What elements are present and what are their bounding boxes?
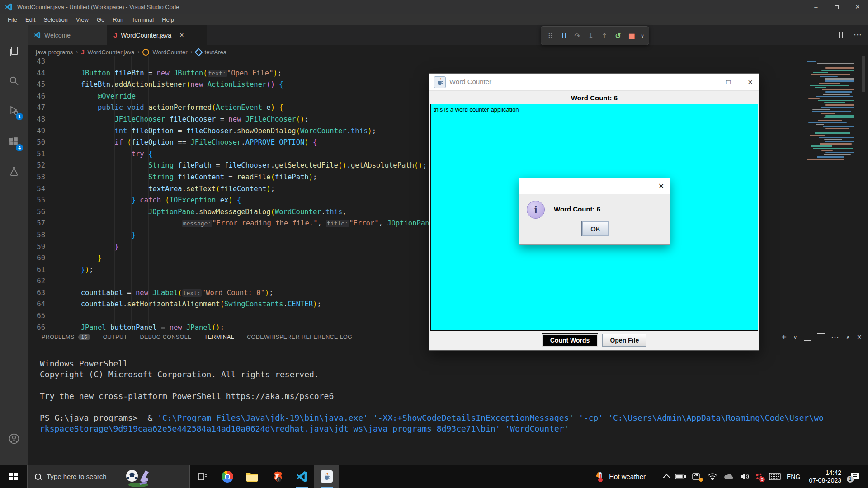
taskbar-app-icons xyxy=(190,465,339,488)
count-words-button[interactable]: Count Words xyxy=(542,334,598,347)
volume-icon[interactable] xyxy=(740,473,749,480)
menu-edit[interactable]: Edit xyxy=(21,16,39,23)
minimap[interactable] xyxy=(807,61,856,251)
onedrive-icon[interactable] xyxy=(723,473,734,480)
panel-tab-debug-console[interactable]: DEBUG CONSOLE xyxy=(140,334,192,344)
extensions-icon[interactable]: 4 xyxy=(0,130,28,153)
debug-dropdown-icon[interactable]: ∨ xyxy=(639,33,646,39)
editor-actions: ⋯ xyxy=(839,30,862,40)
menu-terminal[interactable]: Terminal xyxy=(127,16,158,23)
date: 07-08-2023 xyxy=(809,477,841,484)
debug-grip-icon[interactable]: ⠿ xyxy=(544,32,556,40)
app-maximize-icon[interactable]: □ xyxy=(726,78,731,86)
start-button[interactable] xyxy=(0,465,27,488)
menu-help[interactable]: Help xyxy=(158,16,178,23)
tab-welcome-label: Welcome xyxy=(44,32,71,39)
run-debug-icon[interactable]: 1 xyxy=(0,99,28,122)
breadcrumb-class[interactable]: WordCounter xyxy=(152,49,187,56)
menu-selection[interactable]: Selection xyxy=(39,16,71,23)
menu-bar: FileEditSelectionViewGoRunTerminalHelp xyxy=(0,14,868,25)
panel-tab-problems[interactable]: PROBLEMS15 xyxy=(42,334,90,344)
word-counter-button-panel: Count Words Open File xyxy=(430,331,758,349)
panel-tab-terminal[interactable]: TERMINAL xyxy=(204,334,234,344)
touch-keyboard-icon[interactable] xyxy=(769,473,781,480)
debug-stop-icon[interactable]: ■ xyxy=(626,32,637,40)
window-close-button[interactable]: × xyxy=(847,0,868,14)
dialog-ok-button[interactable]: OK xyxy=(582,221,609,236)
dialog-close-icon[interactable]: × xyxy=(658,180,664,192)
file-explorer-button[interactable] xyxy=(240,465,264,488)
breadcrumb-folder[interactable]: java programs xyxy=(36,49,73,56)
new-terminal-icon[interactable]: + xyxy=(781,332,787,343)
kill-terminal-icon[interactable] xyxy=(818,335,824,341)
hidden-icons-chevron[interactable] xyxy=(664,473,669,480)
search-placeholder: Type here to search xyxy=(47,473,107,480)
tray-app-badge: 5 xyxy=(760,477,765,482)
terminal-output[interactable]: Windows PowerShellCopyright (C) Microsof… xyxy=(40,358,824,434)
menu-file[interactable]: File xyxy=(4,16,21,23)
search-icon[interactable] xyxy=(0,69,28,92)
panel-more-icon[interactable]: ⋯ xyxy=(831,333,839,343)
panel-tab-output[interactable]: OUTPUT xyxy=(103,334,127,344)
task-view-button[interactable] xyxy=(190,465,215,488)
panel-close-icon[interactable]: × xyxy=(857,333,862,342)
editor-scrollbar[interactable] xyxy=(862,56,865,92)
thermometer-icon xyxy=(595,471,604,483)
language-indicator[interactable]: ENG xyxy=(787,473,800,480)
sync-screen-icon[interactable] xyxy=(692,473,702,481)
time: 14:42 xyxy=(809,469,841,477)
terminal-dropdown-icon[interactable]: ∨ xyxy=(793,334,797,340)
open-file-button[interactable]: Open File xyxy=(602,334,646,347)
window-title: WordCounter.java - Untitled (Workspace) … xyxy=(17,4,179,10)
split-terminal-icon[interactable] xyxy=(804,334,811,341)
account-icon[interactable] xyxy=(0,427,28,450)
word-counter-titlebar[interactable]: Word Counter — □ × xyxy=(429,74,759,90)
java-app-icon xyxy=(434,76,446,88)
info-icon: i xyxy=(527,201,545,219)
window-minimize-button[interactable]: − xyxy=(806,0,826,14)
system-tray: Hot weather xyxy=(595,465,868,488)
code-line[interactable]: 43 xyxy=(28,56,868,68)
tray-app-icon[interactable]: 5 xyxy=(755,473,763,481)
brave-button[interactable] xyxy=(264,465,289,488)
breadcrumb-field[interactable]: textArea xyxy=(205,49,226,56)
menu-run[interactable]: Run xyxy=(108,16,127,23)
app-close-icon[interactable]: × xyxy=(748,77,753,87)
app-minimize-icon[interactable]: — xyxy=(703,78,709,86)
dialog-titlebar[interactable]: × xyxy=(519,178,670,194)
testing-icon[interactable] xyxy=(0,160,28,183)
taskbar-search[interactable]: Type here to search xyxy=(27,465,190,488)
vscode-logo-icon xyxy=(5,3,13,11)
class-symbol-icon xyxy=(142,49,149,56)
battery-icon[interactable] xyxy=(675,474,686,479)
debug-step-over-icon[interactable]: ↷ xyxy=(571,32,583,40)
java-app-taskbar-button[interactable] xyxy=(314,465,339,488)
weather-widget[interactable]: Hot weather xyxy=(595,471,646,483)
breadcrumb-file[interactable]: WordCounter.java xyxy=(88,49,135,56)
window-restore-button[interactable] xyxy=(826,0,847,14)
wifi-icon[interactable] xyxy=(708,473,717,480)
tab-wordcounter[interactable]: J WordCounter.java × xyxy=(107,25,207,45)
panel-maximize-icon[interactable]: ∧ xyxy=(846,334,850,341)
menu-view[interactable]: View xyxy=(72,16,93,23)
weather-text: Hot weather xyxy=(609,473,646,480)
menu-go[interactable]: Go xyxy=(93,16,108,23)
tab-close-icon[interactable]: × xyxy=(179,31,184,39)
panel-tab-codewhisperer-reference-log[interactable]: CODEWHISPERER REFERENCE LOG xyxy=(247,334,352,344)
vscode-file-icon xyxy=(34,32,41,38)
vscode-taskbar-button[interactable] xyxy=(289,465,314,488)
chrome-button[interactable] xyxy=(215,465,240,488)
debug-pause-icon[interactable] xyxy=(558,32,570,40)
debug-step-out-icon[interactable]: ↑ xyxy=(599,32,610,40)
action-center-icon[interactable]: 1 xyxy=(850,472,860,481)
explorer-icon[interactable] xyxy=(0,40,28,63)
debug-restart-icon[interactable]: ↺ xyxy=(612,32,624,40)
word-count-dialog: × i Word Count: 6 OK xyxy=(519,178,670,245)
split-editor-icon[interactable] xyxy=(839,32,846,38)
more-actions-icon[interactable]: ⋯ xyxy=(854,30,862,40)
clock[interactable]: 14:42 07-08-2023 xyxy=(809,469,841,484)
taskbar: Type here to search xyxy=(0,465,868,488)
windows-logo-icon xyxy=(9,473,18,481)
tab-welcome[interactable]: Welcome xyxy=(28,25,107,45)
debug-step-into-icon[interactable]: ↓ xyxy=(585,32,597,40)
